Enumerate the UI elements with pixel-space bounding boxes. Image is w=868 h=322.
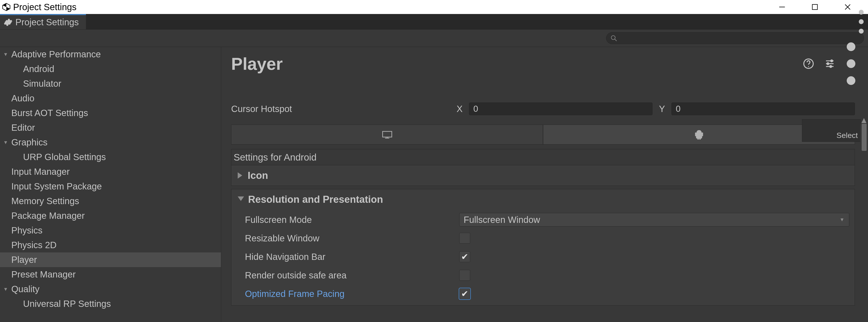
- fullscreen-mode-dropdown[interactable]: Fullscreen Window: [459, 213, 849, 226]
- sidebar-item-editor[interactable]: Editor: [0, 120, 221, 135]
- sidebar-item-label: Quality: [11, 284, 39, 294]
- svg-rect-4: [812, 4, 817, 10]
- scrollbar-track[interactable]: [860, 124, 868, 322]
- optimized-pacing-label: Optimized Frame Pacing: [245, 289, 459, 299]
- search-box[interactable]: [606, 32, 864, 44]
- texture-select-button[interactable]: Select: [802, 119, 861, 142]
- svg-marker-1: [3, 3, 6, 7]
- svg-point-17: [831, 60, 833, 62]
- svg-point-20: [847, 42, 855, 51]
- sidebar-item-label: Package Manager: [11, 211, 85, 221]
- hide-navbar-checkbox[interactable]: [459, 251, 470, 262]
- hide-navbar-label: Hide Navigation Bar: [245, 252, 459, 262]
- svg-point-8: [859, 19, 864, 24]
- content-menu-icon[interactable]: [845, 58, 857, 69]
- sidebar-item-package-manager[interactable]: Package Manager: [0, 208, 221, 223]
- svg-line-11: [615, 39, 617, 41]
- sidebar-item-android[interactable]: Android: [0, 62, 221, 76]
- resizable-window-label: Resizable Window: [245, 233, 459, 243]
- settings-sidebar: Adaptive PerformanceAndroidSimulatorAudi…: [0, 47, 221, 322]
- content-heading: Player: [231, 54, 864, 73]
- sidebar-item-adaptive-performance[interactable]: Adaptive Performance: [0, 47, 221, 62]
- sidebar-item-label: Player: [11, 255, 37, 265]
- optimized-pacing-row: Optimized Frame Pacing: [245, 285, 849, 303]
- settings-for-android-label: Settings for Android: [231, 149, 855, 165]
- select-label: Select: [837, 131, 858, 140]
- sidebar-item-label: Adaptive Performance: [11, 49, 101, 60]
- sidebar-item-input-manager[interactable]: Input Manager: [0, 165, 221, 179]
- window-buttons: [775, 0, 868, 14]
- help-icon[interactable]: [803, 58, 814, 69]
- svg-point-10: [611, 36, 615, 40]
- close-button[interactable]: [841, 0, 855, 14]
- sidebar-item-graphics[interactable]: Graphics: [0, 135, 221, 150]
- x-axis-label: X: [455, 104, 464, 114]
- scroll-up-icon[interactable]: ▲: [861, 117, 867, 123]
- gear-icon: [3, 17, 13, 27]
- window-title: Project Settings: [13, 2, 76, 12]
- chevron-right-icon: [238, 172, 244, 179]
- sidebar-item-simulator[interactable]: Simulator: [0, 76, 221, 91]
- svg-point-19: [830, 66, 832, 67]
- tab-project-settings[interactable]: Project Settings: [0, 14, 86, 29]
- scrollbar-thumb[interactable]: [862, 124, 867, 151]
- settings-content: Player Select ▲ Cursor Hotspot X Y: [221, 47, 868, 322]
- os-titlebar: Project Settings: [0, 0, 868, 14]
- cursor-y-input[interactable]: [672, 103, 855, 115]
- svg-point-13: [808, 66, 809, 67]
- cursor-hotspot-row: Cursor Hotspot X Y: [231, 100, 864, 117]
- cursor-x-input[interactable]: [469, 103, 652, 115]
- sidebar-item-urp-global-settings[interactable]: URP Global Settings: [0, 150, 221, 165]
- sidebar-item-label: Physics 2D: [11, 240, 57, 250]
- platform-tabs: [231, 124, 864, 145]
- sidebar-item-label: Input Manager: [11, 167, 70, 177]
- icon-section-title: Icon: [248, 170, 268, 181]
- sidebar-item-memory-settings[interactable]: Memory Settings: [0, 194, 221, 208]
- svg-rect-23: [382, 132, 392, 137]
- tabbar-menu-icon[interactable]: [858, 16, 864, 27]
- chevron-down-icon: [238, 196, 244, 202]
- sidebar-item-physics-2d[interactable]: Physics 2D: [0, 238, 221, 252]
- minimize-button[interactable]: [775, 0, 789, 14]
- sidebar-item-label: Android: [23, 64, 54, 74]
- sidebar-item-universal-rp-settings[interactable]: Universal RP Settings: [0, 296, 221, 311]
- sidebar-item-physics[interactable]: Physics: [0, 223, 221, 238]
- sidebar-item-label: URP Global Settings: [23, 152, 106, 162]
- sidebar-item-audio[interactable]: Audio: [0, 91, 221, 106]
- resizable-window-checkbox[interactable]: [459, 233, 470, 244]
- resolution-section-header[interactable]: Resolution and Presentation: [231, 189, 855, 210]
- tab-label: Project Settings: [16, 17, 79, 27]
- resizable-window-row: Resizable Window: [245, 229, 849, 248]
- y-axis-label: Y: [657, 104, 666, 114]
- sidebar-item-label: Burst AOT Settings: [11, 108, 88, 118]
- sidebar-item-burst-aot-settings[interactable]: Burst AOT Settings: [0, 106, 221, 120]
- unity-icon: [2, 2, 11, 11]
- sidebar-item-player[interactable]: Player: [0, 252, 221, 267]
- optimized-pacing-checkbox[interactable]: [459, 288, 470, 299]
- icon-section[interactable]: Icon: [231, 165, 855, 186]
- preset-icon[interactable]: [824, 58, 835, 69]
- page-title: Player: [231, 54, 283, 74]
- search-icon: [611, 35, 617, 41]
- hide-navbar-row: Hide Navigation Bar: [245, 248, 849, 266]
- fullscreen-mode-row: Fullscreen Mode Fullscreen Window: [245, 210, 849, 229]
- sidebar-item-input-system-package[interactable]: Input System Package: [0, 179, 221, 194]
- android-icon: [693, 129, 705, 140]
- sidebar-item-preset-manager[interactable]: Preset Manager: [0, 267, 221, 282]
- render-outside-row: Render outside safe area: [245, 266, 849, 285]
- search-input[interactable]: [620, 34, 860, 43]
- platform-tab-standalone[interactable]: [231, 124, 543, 145]
- sidebar-item-label: Audio: [11, 93, 34, 103]
- search-row: [0, 29, 868, 47]
- maximize-button[interactable]: [808, 0, 822, 14]
- editor-tabbar: Project Settings: [0, 14, 868, 29]
- sidebar-item-label: Simulator: [23, 79, 61, 89]
- monitor-icon: [381, 129, 393, 140]
- render-outside-checkbox[interactable]: [459, 270, 470, 281]
- render-outside-label: Render outside safe area: [245, 270, 459, 281]
- svg-point-18: [827, 63, 829, 65]
- sidebar-item-quality[interactable]: Quality: [0, 282, 221, 296]
- sidebar-item-label: Editor: [11, 122, 35, 133]
- sidebar-item-label: Preset Manager: [11, 270, 76, 280]
- sidebar-item-label: Memory Settings: [11, 196, 79, 206]
